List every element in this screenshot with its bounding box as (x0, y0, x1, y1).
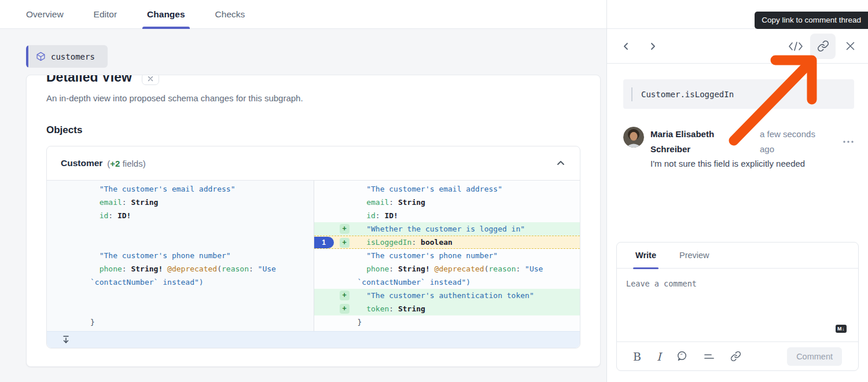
composer-tabs: Write Preview (617, 243, 858, 269)
added-line-marker: + (340, 291, 350, 300)
diff-line[interactable]: + "Whether the customer is logged in" (314, 222, 580, 236)
diff-gutter (314, 249, 358, 262)
copy-link-button[interactable] (810, 34, 836, 59)
diff-gutter (47, 182, 90, 196)
insert-link-button[interactable] (730, 351, 741, 362)
diff-line: phone: String! @deprecated(reason: "Use (314, 262, 580, 276)
code-icon (788, 41, 803, 52)
diff-line: id: ID! (314, 209, 580, 222)
chip-accent-bar (26, 45, 28, 68)
added-line-marker: + (340, 224, 350, 234)
tab-editor-label: Editor (94, 9, 117, 20)
markdown-supported-icon: M↓ (836, 325, 847, 333)
page-title: Detailed View (46, 75, 132, 87)
diff-line (47, 289, 314, 302)
diff-code-text: isLoggedIn: boolean (358, 236, 453, 249)
diff-gutter (47, 289, 90, 302)
expand-context-bar[interactable] (47, 331, 580, 348)
diff-gutter (47, 276, 90, 289)
comment-meta-row: Maria Elisabeth Schreiber a few seconds … (650, 127, 854, 157)
dismiss-detailed-view-button[interactable] (142, 75, 159, 85)
active-tab-underline (142, 27, 189, 29)
comment: Maria Elisabeth Schreiber a few seconds … (623, 127, 854, 170)
object-name: Customer (61, 158, 102, 168)
thread-actions (786, 34, 860, 59)
diff-code-text: id: ID! (358, 209, 398, 222)
added-line-marker: + (340, 238, 350, 248)
submit-comment-button[interactable]: Comment (787, 347, 842, 366)
diff-line: `contactNumber` instead") (47, 276, 314, 289)
comment-main: Maria Elisabeth Schreiber a few seconds … (650, 127, 854, 170)
object-card-header[interactable]: Customer (+2 fields) (47, 146, 580, 180)
view-in-schema-button[interactable] (786, 36, 806, 56)
diff-line (47, 302, 314, 315)
diff-line: } (47, 315, 314, 329)
comment-menu-button[interactable] (843, 127, 854, 146)
app: Overview Editor Changes Checks customers… (0, 0, 868, 382)
diff-line[interactable]: + token: String (314, 302, 580, 315)
diff-gutter (47, 209, 90, 222)
detailed-view-card: Detailed View An in-depth view into prop… (26, 75, 601, 367)
diff-gutter (47, 302, 90, 315)
added-fields-count: +2 (110, 159, 120, 168)
diff-code-text: "The customer's phone number" (358, 249, 498, 262)
diff-code-text: `contactNumber` instead") (90, 276, 204, 289)
diff-line: phone: String! @deprecated(reason: "Use (47, 262, 314, 276)
diff-code-text: phone: String! @deprecated(reason: "Use (358, 262, 543, 276)
comment-thread-count-badge[interactable]: 1 (314, 237, 334, 248)
diff-line[interactable]: + "The customer's authentication token" (314, 289, 580, 302)
diff-code-text: phone: String! @deprecated(reason: "Use (90, 262, 276, 276)
diff-gutter (314, 276, 358, 289)
italic-button[interactable]: I (657, 350, 661, 363)
comment-timestamp: a few seconds ago (760, 127, 826, 157)
diff-gutter (314, 182, 358, 196)
quote-button[interactable]: ” (676, 351, 687, 362)
diff-line: "The customer's phone number" (314, 249, 580, 262)
diff-gutter (314, 196, 358, 209)
diff-line[interactable]: 1+ isLoggedIn: boolean (314, 236, 580, 249)
chevron-left-icon (621, 41, 631, 52)
diff-line: "The customer's email address" (47, 182, 314, 196)
composer-toolbar: B I ” Comment (617, 341, 858, 370)
diff-new-schema-pane: "The customer's email address" email: St… (314, 181, 580, 331)
diff-line: "The customer's email address" (314, 182, 580, 196)
diff-line: id: ID! (47, 209, 314, 222)
diff-gutter (47, 236, 90, 249)
collapse-object-button[interactable] (556, 158, 566, 168)
diff-line (47, 222, 314, 236)
comment-composer: Write Preview M↓ B I ” Comment (616, 242, 859, 371)
speech-bubble-icon: ” (676, 351, 687, 362)
changes-content: customers Detailed View An in-depth view… (0, 29, 606, 382)
close-panel-button[interactable] (840, 36, 860, 56)
comment-body: I'm not sure this field is explicitly ne… (650, 158, 854, 170)
diff-line: email: String (47, 196, 314, 209)
tab-editor[interactable]: Editor (94, 0, 117, 29)
objects-section-heading: Objects (46, 124, 580, 137)
close-icon (845, 41, 855, 51)
tab-overview[interactable]: Overview (26, 0, 64, 29)
diff-code-text: email: String (358, 196, 425, 209)
diff-line: "The customer's phone number" (47, 249, 314, 262)
subgraph-chip-customers[interactable]: customers (26, 45, 108, 68)
tab-preview[interactable]: Preview (679, 243, 709, 269)
tab-write[interactable]: Write (635, 243, 656, 269)
tab-checks[interactable]: Checks (215, 0, 245, 29)
cube-icon (36, 52, 46, 61)
summary-lines-button[interactable] (703, 352, 715, 361)
next-thread-button[interactable] (648, 41, 658, 52)
diff-gutter (314, 315, 358, 329)
avatar (623, 127, 644, 148)
diff-gutter: + (314, 302, 358, 315)
comment-input[interactable] (617, 269, 858, 341)
bold-button[interactable]: B (633, 350, 641, 363)
tab-write-label: Write (635, 251, 656, 260)
reference-accent-bar (631, 87, 632, 101)
diff-code-text: token: String (358, 302, 425, 315)
diff-code-text: `contactNumber` instead") (358, 276, 471, 289)
previous-thread-button[interactable] (621, 41, 631, 52)
schema-diff: "The customer's email address" email: St… (47, 180, 580, 331)
diff-gutter (47, 196, 90, 209)
comment-thread-panel: Customer.isLoggedIn Maria Elisabeth Schr… (606, 0, 868, 382)
diff-code-text: "The customer's phone number" (90, 249, 231, 262)
tab-changes[interactable]: Changes (147, 0, 185, 29)
